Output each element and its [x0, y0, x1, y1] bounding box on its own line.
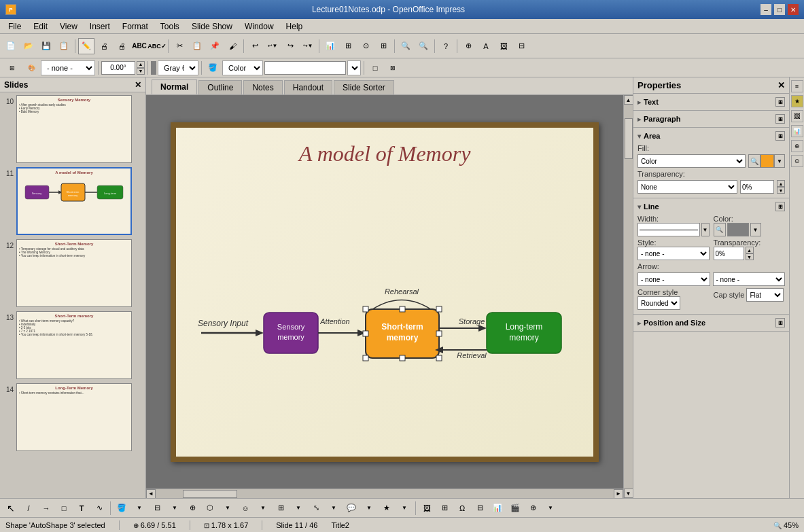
chart-button[interactable]: 📊 [322, 38, 338, 54]
line-color-box[interactable] [727, 223, 749, 236]
fill-value-input[interactable] [264, 61, 346, 75]
help-button[interactable]: ? [438, 38, 454, 54]
undo-button[interactable]: ↩ [247, 38, 263, 54]
scroll-right-button[interactable]: ► [614, 489, 623, 499]
transparency-type-select[interactable]: None Linear Radial [637, 180, 737, 194]
callout-drop-button[interactable]: ▼ [361, 500, 377, 516]
navigator-button[interactable]: ⊕ [460, 38, 476, 54]
tab-normal[interactable]: Normal [152, 79, 197, 94]
connector-drop-button[interactable]: ▼ [290, 500, 307, 516]
area-section-options[interactable]: ⊞ [775, 131, 785, 141]
cap-style-select[interactable]: Flat Round Square [746, 288, 784, 302]
stars-tool-button[interactable]: ★ [379, 500, 395, 516]
smiley-tool-button[interactable]: ☺ [237, 500, 254, 516]
scroll-thumb[interactable] [625, 118, 633, 159]
rect-tool-button[interactable]: □ [56, 500, 72, 516]
paragraph-section-options[interactable]: ⊞ [775, 114, 785, 124]
rotation-input[interactable] [101, 61, 135, 75]
shadow-button[interactable]: □ [367, 60, 383, 76]
paste-button[interactable]: 📌 [207, 38, 223, 54]
horizontal-scroll[interactable]: ◄ ► [146, 489, 623, 498]
print-preview-button[interactable]: 🖨 [96, 38, 112, 54]
fill-color-button[interactable] [761, 154, 774, 168]
table-button[interactable]: ⊞ [340, 38, 356, 54]
shadow-tool-button[interactable]: ⊟ [149, 500, 165, 516]
save-button[interactable]: 💾 [38, 38, 54, 54]
redo-drop-button[interactable]: ↪▼ [300, 38, 316, 54]
slide-thumb-14[interactable]: 14 Long-Term Memory • Short-term memory … [3, 383, 143, 451]
line-tool-button[interactable]: / [20, 500, 37, 516]
properties-close-button[interactable]: ✕ [777, 80, 785, 90]
zoom-button[interactable]: 🔍 [415, 38, 432, 54]
object3d-tool-button[interactable]: ⊕ [184, 500, 200, 516]
text-tool-button[interactable]: T [73, 500, 90, 516]
line-trans-up-button[interactable]: ▲ [746, 247, 754, 253]
open-button[interactable]: 📂 [20, 38, 37, 54]
lines-tool-button[interactable]: ⤡ [308, 500, 324, 516]
close-button[interactable]: ✕ [788, 4, 799, 15]
menu-tools[interactable]: Tools [155, 20, 185, 33]
style-dropdown[interactable]: - none - [41, 60, 95, 75]
find-button[interactable]: 🔍 [398, 38, 414, 54]
slide-preview-14[interactable]: Long-Term Memory • Short-term memory con… [16, 383, 132, 451]
color-name-dropdown[interactable]: Gray 6 [158, 60, 198, 75]
line-transparency-input[interactable] [714, 247, 744, 260]
line-style-select[interactable]: - none - [637, 247, 710, 260]
rotation-up-button[interactable]: ▲ [137, 61, 145, 68]
object-button[interactable]: ⊙ [357, 38, 374, 54]
position-size-options[interactable]: ⊞ [775, 318, 785, 327]
save-as-button[interactable]: 📋 [56, 38, 72, 54]
curve-tool-button[interactable]: ∿ [91, 500, 107, 516]
transparency-value-input[interactable] [740, 180, 774, 194]
scroll-up-button[interactable]: ▲ [624, 95, 633, 105]
database-button[interactable]: ⊟ [513, 38, 529, 54]
line-trans-down-button[interactable]: ▼ [746, 253, 754, 260]
menu-window[interactable]: Window [239, 20, 279, 33]
undo-drop-button[interactable]: ↩▼ [264, 38, 281, 54]
tab-slide-sorter[interactable]: Slide Sorter [334, 80, 394, 94]
zoom-pan-drop-button[interactable]: ▼ [542, 500, 559, 516]
fill-color-dropdown-button[interactable]: ▼ [774, 154, 785, 168]
menu-edit[interactable]: Edit [28, 20, 53, 33]
position-size-section-header[interactable]: ▸ Position and Size ⊞ [637, 317, 785, 329]
fill-drop-button[interactable]: ▼ [131, 500, 147, 516]
spellcheck2-button[interactable]: ABC✓ [149, 38, 165, 54]
redo-button[interactable]: ↪ [282, 38, 298, 54]
tab-handout[interactable]: Handout [284, 80, 332, 94]
menu-view[interactable]: View [54, 20, 83, 33]
line-color-eyedropper[interactable]: 🔍 [714, 223, 726, 236]
polygon-tool-button[interactable]: ⬡ [202, 500, 218, 516]
theme-button[interactable]: 🎨 [23, 60, 39, 76]
rs-btn-5[interactable]: ⊕ [791, 140, 803, 152]
menu-file[interactable]: File [3, 20, 27, 33]
special-char-button[interactable]: Ω [454, 500, 470, 516]
insert-chart-button[interactable]: 📊 [489, 500, 506, 516]
fill-eyedropper-button[interactable]: 🔍 [748, 154, 761, 168]
controls-button[interactable]: ⊞ [375, 38, 391, 54]
line-width-dropdown[interactable]: ▼ [701, 223, 710, 236]
fill-dropdown[interactable]: Color [222, 60, 263, 75]
line-width-sample[interactable] [637, 223, 700, 236]
maximize-button[interactable]: □ [774, 4, 785, 15]
menu-format[interactable]: Format [117, 20, 154, 33]
smiley-drop-button[interactable]: ▼ [255, 500, 271, 516]
slide-edit-area[interactable]: A model of Memory Sensory Input [146, 95, 623, 489]
line-section-options[interactable]: ⊞ [775, 202, 785, 211]
fill-bucket-button[interactable]: 🪣 [205, 60, 221, 76]
menu-insert[interactable]: Insert [84, 20, 116, 33]
scroll-down-button[interactable]: ▼ [624, 489, 633, 498]
line-color-dropdown-button[interactable]: ▼ [750, 223, 761, 236]
insert-movie-button[interactable]: 🎬 [507, 500, 523, 516]
rs-btn-6[interactable]: ⊙ [791, 155, 803, 167]
slide-thumb-13[interactable]: 13 Short-Term memory • What can short-te… [3, 311, 143, 379]
fill-type-select[interactable]: Color Gradient Hatching Bitmap [637, 154, 746, 168]
image-tool-button[interactable]: 🖼 [419, 500, 435, 516]
connector-tool-button[interactable]: ⊞ [273, 500, 289, 516]
transparency-down-button[interactable]: ▼ [777, 187, 785, 194]
arrow-end-select[interactable]: - none - Arrow Circle [713, 272, 786, 286]
table-tool-button[interactable]: ⊞ [436, 500, 453, 516]
cut-button[interactable]: ✂ [171, 38, 188, 54]
minimize-button[interactable]: – [761, 4, 771, 15]
line-section-header[interactable]: ▾ Line ⊞ [637, 200, 785, 213]
slides-panel-close[interactable]: ✕ [135, 80, 141, 90]
